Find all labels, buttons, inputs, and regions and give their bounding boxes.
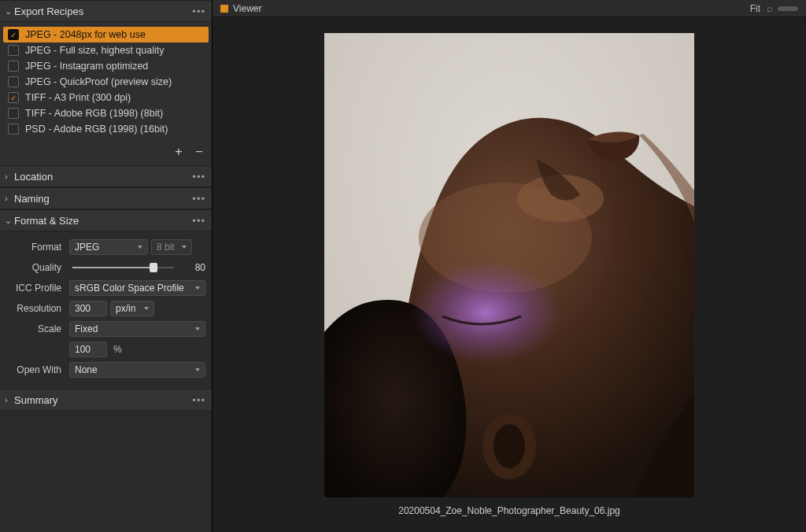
bitdepth-select[interactable]: 8 bit bbox=[151, 239, 192, 255]
format-select[interactable]: JPEG bbox=[69, 239, 148, 255]
naming-title: Naming bbox=[14, 193, 192, 205]
viewer-badge-icon bbox=[220, 5, 228, 13]
checkbox-icon[interactable] bbox=[8, 108, 19, 119]
summary-header[interactable]: › Summary ••• bbox=[0, 389, 212, 411]
naming-header[interactable]: › Naming ••• bbox=[0, 187, 212, 209]
recipe-label: TIFF - Adobe RGB (1998) (8bit) bbox=[25, 108, 163, 119]
quality-label: Quality bbox=[6, 262, 69, 273]
icc-label: ICC Profile bbox=[6, 283, 69, 294]
scale-label: Scale bbox=[6, 323, 69, 334]
image-filename: 20200504_Zoe_Noble_Photographer_Beauty_0… bbox=[398, 505, 620, 516]
recipe-item[interactable]: JPEG - Instagram optimized bbox=[3, 58, 209, 74]
viewer-header: Viewer Fit ⌕ bbox=[213, 0, 806, 17]
openwith-label: Open With bbox=[6, 364, 69, 375]
checkbox-icon[interactable] bbox=[8, 61, 19, 72]
export-recipes-list: JPEG - 2048px for web use JPEG - Full si… bbox=[0, 22, 212, 137]
chevron-right-icon: › bbox=[5, 172, 14, 181]
chevron-down-icon: ⌄ bbox=[5, 6, 14, 17]
recipe-item[interactable]: TIFF - A3 Print (300 dpi) bbox=[3, 90, 209, 105]
icc-select[interactable]: sRGB Color Space Profile bbox=[69, 280, 205, 296]
location-header[interactable]: › Location ••• bbox=[0, 165, 212, 187]
scale-unit: % bbox=[113, 344, 122, 355]
svg-point-3 bbox=[411, 261, 560, 364]
quality-slider[interactable] bbox=[72, 267, 174, 268]
sidebar: ⌄ Export Recipes ••• JPEG - 2048px for w… bbox=[0, 0, 213, 532]
resolution-input[interactable]: 300 bbox=[69, 301, 107, 316]
checkbox-icon[interactable] bbox=[8, 76, 19, 87]
more-icon[interactable]: ••• bbox=[192, 171, 205, 183]
scale-amount-input[interactable]: 100 bbox=[69, 342, 107, 357]
format-label: Format bbox=[6, 242, 69, 253]
checkbox-icon[interactable] bbox=[8, 45, 19, 56]
chevron-right-icon: › bbox=[5, 194, 14, 203]
checkbox-icon[interactable] bbox=[8, 29, 19, 40]
resolution-unit-select[interactable]: px/in bbox=[110, 301, 154, 316]
svg-point-5 bbox=[494, 424, 525, 468]
more-icon[interactable]: ••• bbox=[192, 193, 205, 205]
checkbox-icon[interactable] bbox=[8, 92, 19, 103]
recipe-item[interactable]: JPEG - Full size, highest quality bbox=[3, 42, 209, 58]
recipe-label: JPEG - 2048px for web use bbox=[25, 29, 146, 40]
openwith-select[interactable]: None bbox=[69, 362, 205, 378]
scale-select[interactable]: Fixed bbox=[69, 321, 205, 337]
export-recipes-title: Export Recipes bbox=[14, 6, 192, 17]
viewer-title: Viewer bbox=[233, 3, 750, 14]
chevron-right-icon: › bbox=[5, 395, 14, 405]
image-preview[interactable] bbox=[324, 33, 694, 497]
recipe-label: PSD - Adobe RGB (1998) (16bit) bbox=[25, 124, 168, 135]
add-icon[interactable]: + bbox=[172, 145, 185, 159]
zoom-slider[interactable] bbox=[778, 6, 798, 11]
format-size-header[interactable]: ⌄ Format & Size ••• bbox=[0, 209, 212, 231]
recipe-item[interactable]: PSD - Adobe RGB (1998) (16bit) bbox=[3, 121, 209, 137]
summary-title: Summary bbox=[14, 394, 192, 406]
recipe-item[interactable]: JPEG - QuickProof (preview size) bbox=[3, 74, 209, 90]
zoom-icon[interactable]: ⌕ bbox=[767, 2, 773, 14]
recipe-label: JPEG - QuickProof (preview size) bbox=[25, 76, 172, 87]
location-title: Location bbox=[14, 171, 192, 183]
format-size-body: Format JPEG 8 bit Quality 80 ICC Profile bbox=[0, 231, 212, 389]
fit-button[interactable]: Fit bbox=[750, 3, 760, 14]
recipe-label: JPEG - Instagram optimized bbox=[25, 61, 148, 72]
remove-icon[interactable]: − bbox=[193, 145, 205, 159]
checkbox-icon[interactable] bbox=[8, 124, 19, 135]
viewer: Viewer Fit ⌕ bbox=[213, 0, 806, 532]
format-size-title: Format & Size bbox=[14, 215, 192, 227]
chevron-down-icon: ⌄ bbox=[5, 216, 14, 226]
quality-value: 80 bbox=[180, 262, 205, 273]
recipe-item[interactable]: TIFF - Adobe RGB (1998) (8bit) bbox=[3, 105, 209, 121]
recipes-footer: + − bbox=[0, 137, 212, 165]
recipe-label: JPEG - Full size, highest quality bbox=[25, 45, 164, 56]
more-icon[interactable]: ••• bbox=[192, 394, 205, 406]
more-icon[interactable]: ••• bbox=[192, 6, 205, 17]
recipe-label: TIFF - A3 Print (300 dpi) bbox=[25, 92, 131, 103]
more-icon[interactable]: ••• bbox=[192, 215, 205, 227]
resolution-label: Resolution bbox=[6, 303, 69, 314]
viewer-body: 20200504_Zoe_Noble_Photographer_Beauty_0… bbox=[213, 17, 806, 532]
recipe-item[interactable]: JPEG - 2048px for web use bbox=[3, 27, 209, 42]
export-recipes-header[interactable]: ⌄ Export Recipes ••• bbox=[0, 0, 212, 22]
